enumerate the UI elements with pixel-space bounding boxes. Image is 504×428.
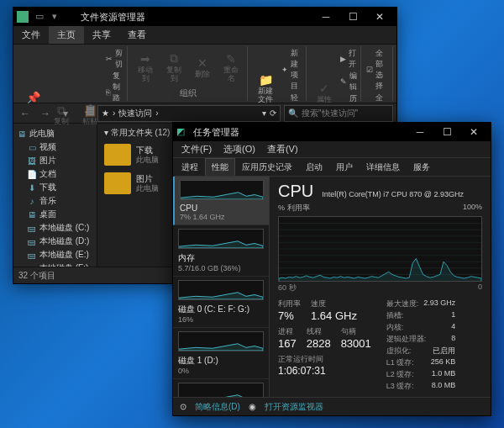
stat-pair: 插槽:1 xyxy=(386,310,456,321)
tree-item[interactable]: ♪音乐 xyxy=(15,194,95,208)
tree-item-icon: 🖴 xyxy=(27,236,37,246)
cut-button[interactable]: ✂ 剪切 xyxy=(106,48,123,70)
tree-item[interactable]: ⬇下载 xyxy=(15,181,95,194)
breadcrumb-root[interactable]: 快速访问 xyxy=(118,108,152,119)
tab-home[interactable]: 主页 xyxy=(49,26,84,44)
tree-item-icon: ⬇ xyxy=(27,182,37,193)
taskmgr-icon: ◩ xyxy=(176,126,188,138)
folder-icon xyxy=(104,144,131,166)
cpu-heading: CPU xyxy=(278,182,313,201)
util-label: % 利用率 xyxy=(278,203,310,214)
menu-options[interactable]: 选项(O) xyxy=(218,141,260,157)
tree-item-icon: 🖥 xyxy=(27,209,37,219)
tree-item[interactable]: 🖴本地磁盘 (E:) xyxy=(15,248,95,262)
taskmgr-titlebar[interactable]: ◩ 任务管理器 ─ ☐ ✕ xyxy=(173,123,491,141)
tm-close-button[interactable]: ✕ xyxy=(460,123,487,141)
tree-item[interactable]: 🖴本地磁盘 (D:) xyxy=(15,235,95,248)
tm-tab[interactable]: 进程 xyxy=(175,158,205,176)
stat-pair: L3 缓存:8.0 MB xyxy=(386,381,456,392)
stat-threads: 2828 xyxy=(307,337,331,350)
tm-tab[interactable]: 应用历史记录 xyxy=(235,158,299,176)
refresh-icon[interactable]: ⟳ xyxy=(270,108,276,118)
stat-pair: L1 缓存:256 KB xyxy=(386,357,456,368)
stat-pair: 最大速度:2.93 GHz xyxy=(386,299,456,309)
stat-processes: 167 xyxy=(278,337,297,350)
menu-view[interactable]: 查看(V) xyxy=(262,141,303,157)
perf-item[interactable]: 内存5.7/16.0 GB (36%) xyxy=(173,225,269,277)
tm-tabs: 进程性能应用历史记录启动用户详细信息服务 xyxy=(173,158,491,177)
performance-sidebar[interactable]: CPU7% 1.64 GHz内存5.7/16.0 GB (36%)磁盘 0 (C… xyxy=(173,177,270,397)
x-axis-right: 0 xyxy=(478,283,482,293)
search-input[interactable]: 🔍 搜索"快速访问" xyxy=(284,105,393,122)
tm-tab[interactable]: 启动 xyxy=(299,158,329,176)
x-axis-left: 60 秒 xyxy=(278,283,297,293)
tab-share[interactable]: 共享 xyxy=(84,26,119,44)
rename-button[interactable]: ✎重命名 xyxy=(218,48,244,86)
perf-item[interactable]: CPU7% 1.64 GHz xyxy=(173,177,269,225)
qat-properties-icon[interactable]: ▭ xyxy=(35,11,47,23)
ribbon-group-organize: ➡移动到 ⧉复制到 ✕删除 ✎重命名 组织 xyxy=(129,46,248,101)
perf-minigraph xyxy=(178,280,264,300)
delete-button[interactable]: ✕删除 xyxy=(190,48,215,86)
qat-newfolder-icon[interactable]: ▾ xyxy=(52,11,64,23)
tm-minimize-button[interactable]: ─ xyxy=(407,123,433,141)
chevron-up-icon[interactable]: ⊙ xyxy=(180,402,186,411)
close-button[interactable]: ✕ xyxy=(366,8,393,26)
open-resmon-link[interactable]: 打开资源监视器 xyxy=(265,401,323,413)
stat-pair: 逻辑处理器:8 xyxy=(386,334,456,345)
fewer-details-link[interactable]: 简略信息(D) xyxy=(195,401,240,413)
tm-tab[interactable]: 详细信息 xyxy=(360,158,407,176)
breadcrumb[interactable]: ★ › 快速访问 › ▾ ⟳ xyxy=(97,105,281,122)
tm-tab[interactable]: 用户 xyxy=(329,158,360,176)
copy-button[interactable]: ⧉复制 xyxy=(49,48,74,181)
tree-item-icon: 📄 xyxy=(27,169,37,179)
stat-pair: 内核:4 xyxy=(386,322,456,333)
ribbon-group-select: ☑ 全部选择 ☐ 全部取消 ⇅ 反向选择 选择 xyxy=(363,46,393,101)
util-max: 100% xyxy=(463,203,482,214)
stat-pair: L2 缓存:1.0 MB xyxy=(386,369,456,380)
perf-minigraph xyxy=(178,331,264,351)
pc-icon: 🖥 xyxy=(17,129,27,139)
edit-button[interactable]: ✎ 编辑 xyxy=(340,71,357,92)
ribbon-group-new: 📁新建文件夹 ✦ 新建项目 ✦ 轻松访问 新建 xyxy=(249,46,306,101)
selectall-button[interactable]: ☑ 全部选择 xyxy=(366,48,389,92)
ribbon-tabs: 文件 主页 共享 查看 xyxy=(13,26,396,45)
ribbon: 📌固定到"快速访问" ⧉复制 📋粘贴 ✂ 剪切 ⎘ 复制路径 ⇲ 粘贴快捷方式 … xyxy=(13,45,396,103)
perf-minigraph xyxy=(178,229,264,249)
explorer-titlebar[interactable]: ▭ ▾ 文件资源管理器 ─ ☐ ✕ xyxy=(13,8,396,26)
tm-statusbar: ⊙ 简略信息(D) ◉ 打开资源监视器 xyxy=(173,397,491,415)
newitem-button[interactable]: ✦ 新建项目 xyxy=(281,48,302,92)
moveto-button[interactable]: ➡移动到 xyxy=(133,48,158,86)
perf-item[interactable]: 以太网发送: 0 接收: 0 Kbps xyxy=(173,379,269,397)
cpu-model: Intel(R) Core(TM) i7 CPU 870 @ 2.93GHz xyxy=(322,190,464,198)
perf-item[interactable]: 磁盘 1 (D:)0% xyxy=(173,328,269,379)
maximize-button[interactable]: ☐ xyxy=(339,8,366,26)
tab-file[interactable]: 文件 xyxy=(13,26,49,44)
minimize-button[interactable]: ─ xyxy=(312,8,339,26)
tree-item[interactable]: 🖥桌面 xyxy=(15,208,95,221)
explorer-title: 文件资源管理器 xyxy=(81,11,145,24)
paste-button[interactable]: 📋粘贴 xyxy=(77,48,102,181)
stat-uptime: 1:06:07:31 xyxy=(278,365,371,377)
breadcrumb-dropdown-icon[interactable]: ▾ xyxy=(262,108,266,118)
open-button[interactable]: ▶ 打开 xyxy=(340,48,357,70)
tm-maximize-button[interactable]: ☐ xyxy=(433,123,460,141)
ribbon-group-clipboard: 📌固定到"快速访问" ⧉复制 📋粘贴 ✂ 剪切 ⎘ 复制路径 ⇲ 粘贴快捷方式 … xyxy=(17,46,128,101)
resmon-icon: ◉ xyxy=(249,402,256,411)
tm-menubar: 文件(F) 选项(O) 查看(V) xyxy=(173,141,491,158)
stat-speed: 1.64 GHz xyxy=(311,309,357,322)
explorer-icon xyxy=(17,11,29,23)
tree-item-icon: 🖴 xyxy=(27,250,37,260)
stat-handles: 83001 xyxy=(341,337,371,350)
perf-minigraph xyxy=(180,180,264,200)
tab-view[interactable]: 查看 xyxy=(119,26,155,44)
tree-item[interactable]: 🖴本地磁盘 (C:) xyxy=(15,221,95,235)
tm-tab[interactable]: 性能 xyxy=(205,158,235,176)
back-button[interactable]: ← xyxy=(17,105,34,122)
cpu-utilization-chart xyxy=(278,216,482,282)
perf-item[interactable]: 磁盘 0 (C: E: F: G:)16% xyxy=(173,277,269,328)
copyto-button[interactable]: ⧉复制到 xyxy=(161,48,186,86)
menu-file[interactable]: 文件(F) xyxy=(176,141,217,157)
tm-tab[interactable]: 服务 xyxy=(407,158,437,176)
ribbon-group-open: ✓属性 ▶ 打开 ✎ 编辑 ↺ 历史记录 打开 xyxy=(308,46,361,101)
